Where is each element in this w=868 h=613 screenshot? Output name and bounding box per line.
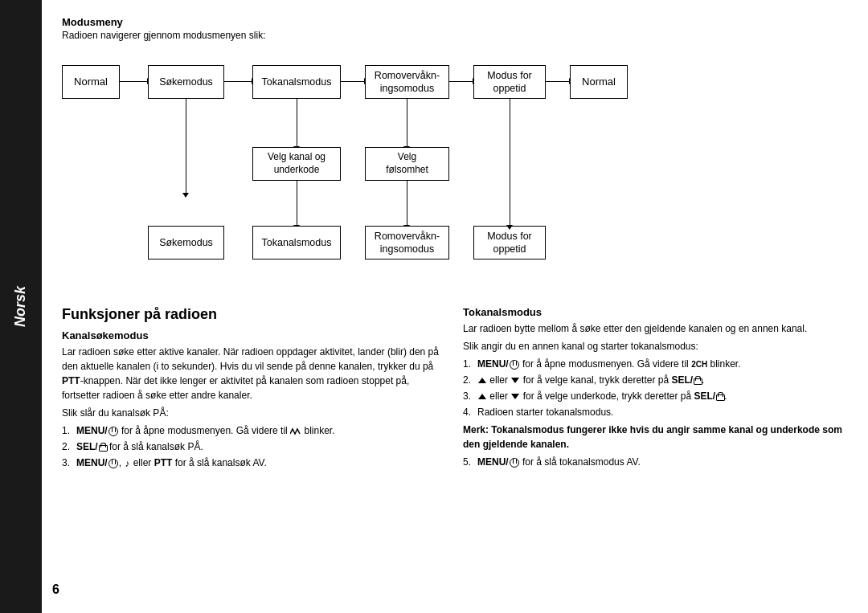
arrow-v3 <box>407 99 407 147</box>
arrow-1 <box>120 81 148 82</box>
tokanalsmodus-item2: 2. eller for å velge kanal, trykk derett… <box>463 373 844 387</box>
tri-down-2 <box>511 394 519 399</box>
arrow-3 <box>341 81 365 82</box>
tri-down-1 <box>511 378 519 383</box>
tokanalsmodus-note: Merk: Tokanalsmodus fungerer ikke hvis d… <box>463 423 844 452</box>
kanalsokemodus-item1: 1. MENU/ for å åpne modusmenyen. Gå vide… <box>62 423 443 438</box>
main-content: Modusmeny Radioen navigerer gjennom modu… <box>42 0 868 613</box>
sidebar-label: Norsk <box>13 286 30 327</box>
box-tokanalsmodus-bottom: Tokanalsmodus <box>252 226 341 260</box>
box-romovervakn-top: Romovervåkn- ingsomodus <box>365 65 449 99</box>
kanalsokemodus-item2: 2. SEL/ for å slå kanalsøk PÅ. <box>62 439 443 454</box>
tokanalsmodus-body2: Slik angir du en annen kanal og starter … <box>463 339 844 353</box>
box-sokemodus-bottom: Søkemodus <box>148 226 224 260</box>
tokanalsmodus-item3: 3. eller for å velge underkode, trykk de… <box>463 389 844 403</box>
box-normal-right: Normal <box>570 65 628 99</box>
flow-diagram: Normal Søkemodus Tokanalsmodus Romovervå… <box>62 49 844 298</box>
tokanalsmodus-item1: 1. MENU/ for å åpne modusmenyen. Gå vide… <box>463 357 844 371</box>
tokanalsmodus-body1: Lar radioen bytte mellom å søke etter de… <box>463 321 844 336</box>
tokanalsmodus-item5: 5. MENU/ for å slå tokanalsmodus AV. <box>463 455 844 469</box>
note-icon: ♪ <box>125 456 129 471</box>
box-tokanalsmodus-top: Tokanalsmodus <box>252 65 341 99</box>
box-velg-kanal: Velg kanal og underkode <box>252 147 341 181</box>
modusmeny-section: Modusmeny Radioen navigerer gjennom modu… <box>62 16 844 41</box>
lock-icon-1 <box>99 443 106 452</box>
arrow-2 <box>224 81 252 82</box>
box-romovervakn-bottom: Romovervåkn- ingsomodus <box>365 226 449 260</box>
kanalsokemodus-title: Kanalsøkemodus <box>62 329 443 341</box>
arrow-v1 <box>186 99 186 194</box>
right-column: Tokanalsmodus Lar radioen bytte mellom å… <box>463 306 844 472</box>
sidebar: Norsk <box>0 0 42 613</box>
power-icon-4 <box>510 458 519 468</box>
lock-icon-2 <box>694 376 701 385</box>
tokanalsmodus-item4: 4. Radioen starter tokanalsmodus. <box>463 405 844 419</box>
tri-up-1 <box>478 378 486 383</box>
modusmeny-title: Modusmeny <box>62 16 844 28</box>
tri-up-2 <box>478 394 486 399</box>
arrow-v6 <box>510 99 510 226</box>
power-icon-2 <box>108 459 118 468</box>
box-modus-for-top: Modus for oppetid <box>473 65 546 99</box>
scan-icon-1 <box>290 427 301 435</box>
arrow-v4 <box>297 181 297 226</box>
kanalsokemodus-body2: Slik slår du kanalsøk PÅ: <box>62 406 443 420</box>
kanalsokemodus-body1: Lar radioen søke etter aktive kanaler. N… <box>62 345 443 403</box>
power-icon-3 <box>510 360 519 370</box>
box-velg-folsomhet: Velg følsomhet <box>365 147 449 181</box>
modusmeny-subtitle: Radioen navigerer gjennom modusmenyen sl… <box>62 30 844 41</box>
lock-icon-3 <box>716 392 723 401</box>
bottom-section: Funksjoner på radioen Kanalsøkemodus Lar… <box>62 306 844 472</box>
tokanalsmodus-title: Tokanalsmodus <box>463 306 844 318</box>
box-sokemodus-top: Søkemodus <box>148 65 224 99</box>
arrow-5 <box>546 81 570 82</box>
power-icon-1 <box>108 427 118 436</box>
kanalsokemodus-item3: 3. MENU/, ♪ eller PTT for å slå kanalsøk… <box>62 456 443 471</box>
box-modus-for-bottom: Modus for oppetid <box>473 226 546 260</box>
left-column: Funksjoner på radioen Kanalsøkemodus Lar… <box>62 306 443 472</box>
arrow-v5 <box>407 181 407 226</box>
arrow-v2 <box>297 99 297 147</box>
box-normal-left: Normal <box>62 65 120 99</box>
arrow-4 <box>449 81 473 82</box>
funksjoner-heading: Funksjoner på radioen <box>62 306 443 323</box>
